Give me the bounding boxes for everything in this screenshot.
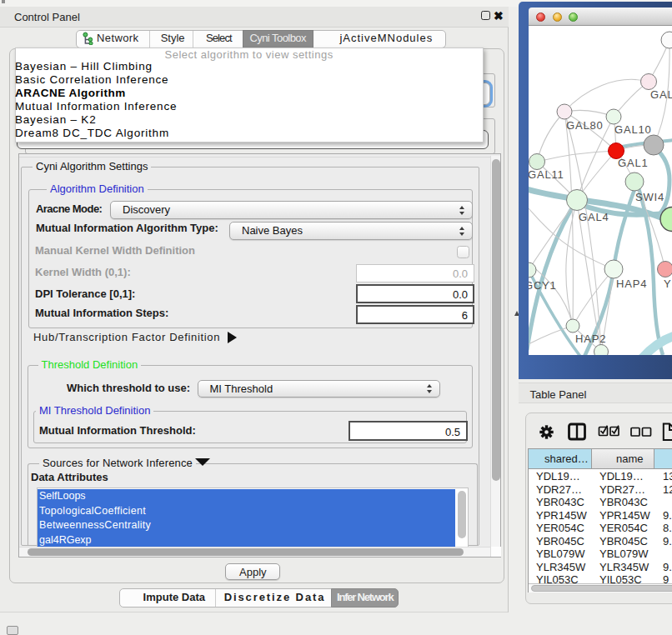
svg-text:GAL4: GAL4 bbox=[579, 211, 609, 223]
svg-text:HAP2: HAP2 bbox=[575, 332, 606, 345]
svg-text:SWI4: SWI4 bbox=[635, 191, 664, 203]
svg-text:GAL10: GAL10 bbox=[614, 123, 651, 136]
svg-text:Y: Y bbox=[664, 278, 671, 290]
svg-text:GAL11: GAL11 bbox=[529, 168, 564, 181]
svg-text:HAP4: HAP4 bbox=[616, 278, 647, 290]
svg-text:GCY1: GCY1 bbox=[529, 279, 557, 292]
svg-text:GAL2: GAL2 bbox=[650, 88, 672, 101]
svg-text:GAL1: GAL1 bbox=[618, 157, 648, 169]
svg-text:GAL80: GAL80 bbox=[566, 119, 603, 132]
